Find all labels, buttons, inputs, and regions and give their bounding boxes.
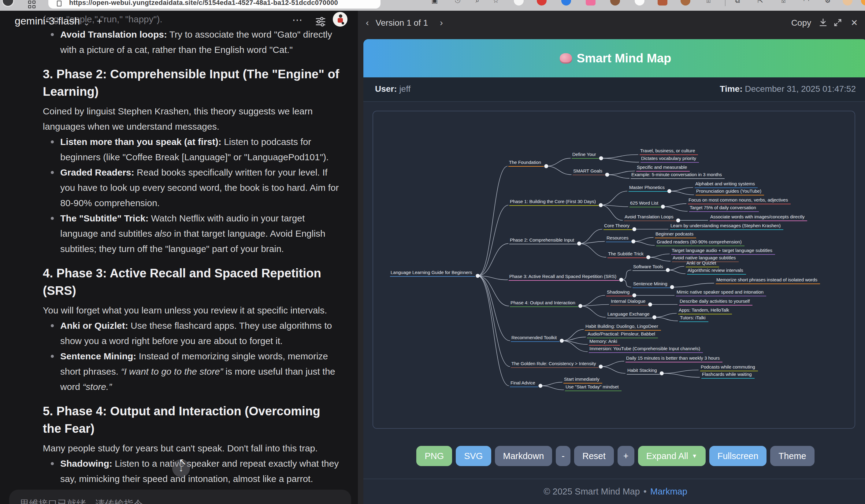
mindmap-node[interactable]: Specific and measurable (636, 164, 690, 172)
mindmap-node[interactable]: Target language audio + target language … (671, 247, 775, 255)
previous-version-button[interactable]: ‹ (366, 17, 369, 28)
browser-profile-icon[interactable] (2, 0, 14, 7)
mindmap-node[interactable]: Avoid Translation Loops (624, 214, 676, 221)
apps-grid-icon[interactable] (28, 1, 36, 9)
mindmap-node[interactable]: Shadowing (606, 289, 632, 296)
mindmap-node[interactable]: Learn by understanding messages (Stephen… (670, 223, 783, 230)
settings-icon[interactable]: ⚙ (823, 0, 833, 5)
mindmap-node[interactable]: Language Learning Guide for Beginners (390, 269, 475, 277)
mindmap-node[interactable]: Beginner podcasts (655, 231, 696, 238)
cursor-extension-icon[interactable]: ⌻ (704, 0, 713, 5)
export-svg-button[interactable]: SVG (456, 446, 491, 466)
mindmap-node[interactable]: Phase 4: Output and Interaction (510, 300, 578, 307)
theme-button[interactable]: Theme (770, 446, 814, 466)
close-icon[interactable]: ✕ (849, 17, 860, 28)
export-png-button[interactable]: PNG (416, 446, 452, 466)
mindmap-node[interactable]: Habit Building: Duolingo, LingoDeer (585, 323, 661, 331)
mindmap-node[interactable]: Example: 5-minute conversation in 3 mont… (631, 172, 725, 179)
next-version-button[interactable]: › (440, 17, 443, 28)
panda-extension-icon[interactable] (514, 0, 524, 5)
mindmap-node[interactable]: The Golden Rule: Consistency > Intensity (511, 361, 599, 368)
colorful-extension-icon[interactable] (861, 0, 865, 5)
profile-avatar-icon[interactable] (843, 0, 852, 5)
tan-extension-icon[interactable] (681, 0, 690, 5)
mindmap-node[interactable]: Phase 2: Comprehensible Input (509, 237, 577, 244)
copy-button[interactable]: Copy (791, 18, 811, 28)
mindmap-node[interactable]: Daily 15 minutes is better than weekly 3… (625, 355, 723, 362)
zoom-out-button[interactable]: - (556, 446, 570, 466)
mindmap-node[interactable]: Memorize short phrases instead of isolat… (716, 277, 820, 284)
mindmap-node[interactable]: The Subtitle Trick (608, 251, 646, 258)
mindmap-node[interactable]: Recommended Toolkit (511, 335, 560, 342)
user-avatar[interactable] (333, 12, 347, 27)
window-split-icon[interactable]: ⧉ (733, 0, 742, 5)
mindmap-node[interactable]: Focus on most common nouns, verbs, adjec… (688, 197, 791, 204)
mindmap-node[interactable]: Resources (606, 235, 631, 242)
mindmap-node[interactable]: Final Advice (510, 380, 538, 387)
mindmap-node[interactable]: Immersion: YouTube (Comprehensible Input… (589, 345, 703, 353)
export-markdown-button[interactable]: Markdown (495, 446, 552, 466)
share-icon[interactable]: ⎋ (453, 0, 462, 5)
mindmap-node[interactable]: Software Tools (633, 263, 666, 271)
mindmap-node[interactable]: Target 75% of daily conversation (689, 204, 759, 212)
mindmap-node[interactable]: Audio/Practical: Pimsleur, Babbel (587, 331, 658, 338)
notes-extension-icon[interactable] (658, 0, 667, 5)
mindmap-node[interactable]: Tutors: iTalki (679, 315, 708, 322)
chat-input[interactable]: 思维接口已就绪，请传输指令。 (9, 490, 351, 504)
mindmap-node[interactable]: Describe daily activities to yourself (679, 298, 752, 305)
mindmap-node[interactable]: Phase 3: Active Recall and Spaced Repeti… (509, 273, 619, 281)
mindmap-node[interactable]: 625 Word List (630, 200, 661, 207)
mindmap-node[interactable]: Sentence Mining (633, 281, 670, 288)
mindmap-node[interactable]: SMART Goals (573, 168, 605, 175)
new-chat-button[interactable]: + (97, 15, 103, 27)
mindmap-canvas[interactable]: Language Learning Guide for BeginnersThe… (372, 111, 855, 429)
mindmap-node[interactable]: Start immediately (563, 376, 602, 384)
site-info-icon[interactable] (57, 1, 61, 7)
mindmap-node[interactable]: Anki or Quizlet (686, 260, 719, 267)
trash-icon[interactable]: ⍌ (778, 0, 788, 5)
facebook-extension-icon[interactable] (561, 0, 571, 5)
zoom-in-button[interactable]: + (618, 446, 634, 466)
mindmap-node[interactable]: Podcasts while commuting (700, 364, 758, 371)
mindmap-node[interactable]: Algorithmic review intervals (687, 267, 746, 274)
address-bar[interactable]: https://open-webui.yungtzedaidata.site/c… (48, 0, 381, 9)
expand-all-button[interactable]: Expand All▼ (638, 446, 706, 466)
bookmark-star-icon[interactable]: ☆ (491, 0, 501, 5)
mindmap-node[interactable]: Graded readers (80-90% comprehension) (656, 239, 745, 246)
reset-button[interactable]: Reset (574, 446, 614, 466)
monkey-extension-icon[interactable] (610, 0, 620, 5)
mindmap-node[interactable]: Memory: Anki (589, 338, 620, 345)
download-icon[interactable] (818, 17, 828, 28)
model-selector[interactable]: gemini-3-flash (15, 15, 80, 27)
mindmap-node[interactable]: Language Exchange (607, 311, 653, 318)
mindmap-node[interactable]: Master Phonetics (628, 185, 667, 192)
mindmap-node[interactable]: Flashcards while waiting (701, 371, 754, 379)
markmap-link[interactable]: Markmap (650, 487, 687, 497)
mindmap-node[interactable]: Habit Stacking (627, 367, 660, 375)
url-text[interactable]: https://open-webui.yungtzedaidata.site/c… (69, 0, 338, 7)
mindmap-node[interactable]: Use "Start Today" mindset (565, 384, 622, 391)
mindmap-node[interactable]: Apps: Tandem, HelloTalk (678, 307, 732, 314)
expand-fullscreen-icon[interactable] (833, 17, 843, 28)
mindmap-node[interactable]: Pronunciation guides (YouTube) (695, 188, 764, 196)
sidebar-icon[interactable]: ▣ (430, 0, 439, 5)
mindmap-node[interactable]: Travel, business, or culture (639, 148, 698, 155)
mindmap-node[interactable]: Phase 1: Building the Core (First 30 Day… (509, 199, 599, 206)
mindmap-node[interactable]: Define Your (572, 151, 599, 159)
shield-icon[interactable]: ◠ (801, 0, 811, 5)
send-icon[interactable]: ⇱ (756, 0, 765, 5)
red-extension-icon[interactable] (537, 0, 546, 5)
cat-extension-icon[interactable] (635, 0, 645, 5)
mindmap-node[interactable]: Dictates vocabulary priority (641, 155, 699, 163)
mindmap-node[interactable]: Core Theory (603, 223, 632, 230)
mindmap-node[interactable]: Associate words with images/concepts dir… (710, 214, 807, 221)
controls-sliders-icon[interactable] (315, 16, 326, 27)
mindmap-node[interactable]: Internal Dialogue (610, 298, 648, 305)
mindmap-node[interactable]: The Foundation (508, 159, 544, 167)
mindmap-node[interactable]: Alphabet and writing systems (695, 181, 758, 188)
chevron-down-icon[interactable]: ⌄ (83, 18, 90, 27)
pink-extension-icon[interactable] (586, 0, 596, 5)
mindmap-node[interactable]: Mimic native speaker speed and intonatio… (676, 289, 766, 296)
search-icon[interactable]: ⌕ (473, 0, 482, 5)
fullscreen-button[interactable]: Fullscreen (709, 446, 767, 466)
